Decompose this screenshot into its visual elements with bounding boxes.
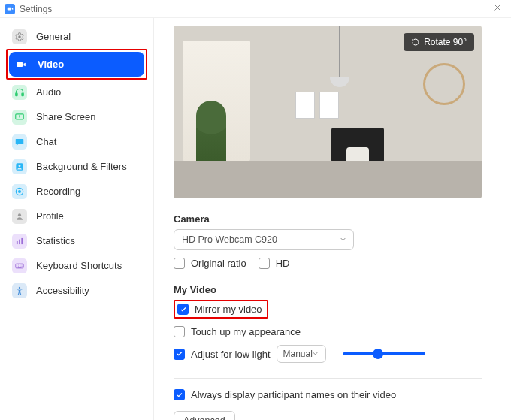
rotate-90-button[interactable]: Rotate 90° <box>404 33 474 51</box>
sidebar-item-label: Video <box>38 59 64 70</box>
touch-up-checkbox[interactable]: Touch up my appearance <box>174 326 491 337</box>
svg-rect-9 <box>17 241 18 244</box>
sidebar-item-chat[interactable]: Chat <box>0 129 153 154</box>
background-icon <box>12 159 27 174</box>
camera-section-label: Camera <box>174 213 491 225</box>
checkbox-checked-icon <box>174 349 185 360</box>
sidebar-item-label: Keyboard Shortcuts <box>36 260 122 271</box>
svg-point-7 <box>18 189 21 192</box>
svg-point-13 <box>19 286 20 288</box>
sidebar-item-recording[interactable]: Recording <box>0 179 153 204</box>
low-light-label: Adjust for low light <box>191 349 271 360</box>
stats-icon <box>12 234 27 249</box>
headphones-icon <box>12 85 27 100</box>
sidebar-item-general[interactable]: General <box>0 24 153 49</box>
sidebar-item-label: Recording <box>36 186 80 197</box>
sidebar-item-label: Chat <box>36 136 56 147</box>
checkbox-icon <box>259 258 270 269</box>
touch-up-label: Touch up my appearance <box>191 326 301 337</box>
window-title: Settings <box>20 4 52 14</box>
svg-point-5 <box>19 165 21 167</box>
chevron-down-icon <box>339 235 347 246</box>
sidebar-item-label: Background & Filters <box>36 161 127 172</box>
original-ratio-checkbox[interactable]: Original ratio <box>174 258 246 269</box>
checkbox-icon <box>174 326 185 337</box>
sidebar-item-accessibility[interactable]: Accessibility <box>0 278 153 303</box>
low-light-checkbox[interactable]: Adjust for low light <box>174 349 271 360</box>
my-video-section-label: My Video <box>174 284 491 295</box>
sidebar-item-share-screen[interactable]: Share Screen <box>0 104 153 129</box>
video-preview: Rotate 90° <box>174 26 482 198</box>
low-light-mode-value: Manual <box>283 349 313 359</box>
svg-rect-1 <box>16 93 17 96</box>
advanced-button[interactable]: Advanced <box>174 411 235 420</box>
content-pane: Rotate 90° Camera HD Pro Webcam C920 Ori… <box>154 18 511 420</box>
sidebar-item-background-filters[interactable]: Background & Filters <box>0 154 153 179</box>
profile-icon <box>12 209 27 224</box>
original-ratio-label: Original ratio <box>191 258 246 269</box>
sidebar-item-label: Audio <box>36 86 61 98</box>
sidebar-item-statistics[interactable]: Statistics <box>0 228 153 253</box>
highlight-mirror-video: Mirror my video <box>174 300 268 319</box>
sidebar-item-profile[interactable]: Profile <box>0 204 153 228</box>
sidebar: General Video Audio Share Screen <box>0 18 154 420</box>
highlight-video-nav: Video <box>6 49 147 80</box>
gear-icon <box>12 29 27 44</box>
svg-point-8 <box>18 213 21 216</box>
svg-rect-2 <box>22 93 23 96</box>
keyboard-icon <box>12 258 27 273</box>
close-icon[interactable] <box>493 3 505 15</box>
video-icon <box>14 57 29 72</box>
low-light-slider[interactable] <box>343 352 425 355</box>
sidebar-item-video[interactable]: Video <box>9 52 144 77</box>
svg-rect-10 <box>19 239 20 243</box>
camera-select[interactable]: HD Pro Webcam C920 <box>174 229 354 250</box>
sidebar-item-label: Statistics <box>36 235 75 246</box>
titlebar: Settings <box>0 0 511 18</box>
sidebar-item-label: Accessibility <box>36 285 89 296</box>
mirror-video-checkbox[interactable]: Mirror my video <box>177 304 262 315</box>
share-screen-icon <box>12 110 27 125</box>
record-icon <box>12 184 27 199</box>
app-icon <box>5 4 15 14</box>
sidebar-item-label: Share Screen <box>36 111 96 122</box>
rotate-label: Rotate 90° <box>424 37 467 47</box>
divider <box>174 378 482 379</box>
chat-icon <box>12 134 27 150</box>
checkbox-icon <box>174 258 185 269</box>
sidebar-item-label: General <box>36 31 71 42</box>
rotate-icon <box>411 38 420 47</box>
camera-selected-value: HD Pro Webcam C920 <box>182 234 277 245</box>
sidebar-item-audio[interactable]: Audio <box>0 80 153 104</box>
mirror-label: Mirror my video <box>195 304 262 315</box>
display-names-checkbox[interactable]: Always display participant names on thei… <box>174 389 491 400</box>
checkbox-checked-icon <box>174 389 185 400</box>
svg-point-0 <box>18 35 21 38</box>
display-names-label: Always display participant names on thei… <box>191 389 396 400</box>
hd-checkbox[interactable]: HD <box>259 258 290 269</box>
checkbox-checked-icon <box>177 304 189 315</box>
svg-rect-11 <box>21 237 23 243</box>
chevron-down-icon <box>311 349 319 360</box>
accessibility-icon <box>12 283 27 298</box>
hd-label: HD <box>276 258 290 269</box>
sidebar-item-keyboard-shortcuts[interactable]: Keyboard Shortcuts <box>0 253 153 278</box>
sidebar-item-label: Profile <box>36 210 64 222</box>
low-light-mode-select[interactable]: Manual <box>277 345 326 363</box>
